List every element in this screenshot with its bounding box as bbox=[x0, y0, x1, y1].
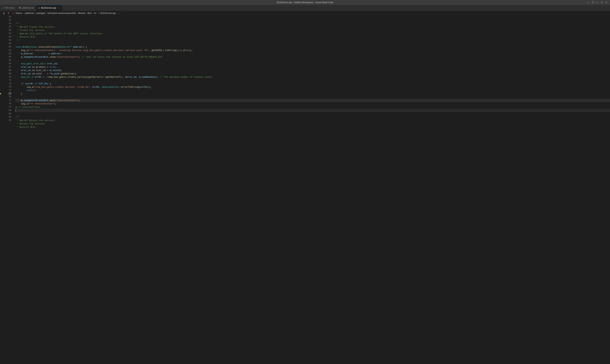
gutter-line-67 bbox=[0, 65, 3, 69]
tab-ble-service-label: BLEService.cpp bbox=[41, 7, 56, 9]
gutter-line-61 bbox=[0, 45, 3, 49]
code-line-60[interactable]: log_v(">> executeCreate() - Creating ser… bbox=[15, 49, 610, 52]
breadcrumb-sharon[interactable]: Sharon bbox=[15, 12, 22, 14]
gutter-line-69 bbox=[0, 72, 3, 75]
gutter-line-62 bbox=[0, 49, 3, 52]
gutter-line-73 bbox=[0, 85, 3, 89]
code-line-79[interactable] bbox=[15, 112, 610, 116]
code-line-70[interactable]: if (errRc != ESP_OK) { bbox=[15, 82, 610, 85]
line-number-65: 65 bbox=[8, 59, 11, 62]
code-line-54[interactable]: * Create the service. bbox=[15, 29, 610, 32]
code-line-55[interactable]: * @param [in] gatts_if The handle of the… bbox=[15, 32, 610, 35]
restore-button[interactable]: ❒ bbox=[591, 0, 595, 4]
gutter-line-71 bbox=[0, 79, 3, 82]
gutter-line-81 bbox=[0, 112, 3, 116]
code-line-62[interactable]: m_semaphoreCreateEvt.take("executeCreate… bbox=[15, 55, 610, 59]
code-line-57[interactable]: */ bbox=[15, 39, 610, 42]
gutter: ▶ bbox=[0, 15, 3, 364]
code-line-58[interactable] bbox=[15, 42, 610, 45]
line-number-75: 75 bbox=[8, 92, 11, 95]
code-line-65[interactable]: srvc_id.is_primary = true; bbox=[15, 65, 610, 69]
code-line-78[interactable] bbox=[15, 109, 610, 112]
tile-button[interactable]: ☐ bbox=[600, 0, 604, 4]
code-line-77[interactable]: } // executeCreate bbox=[15, 105, 610, 109]
breadcrumb-ble[interactable]: BLE bbox=[88, 12, 92, 14]
gutter-line-70 bbox=[0, 75, 3, 79]
code-line-81[interactable]: * @brief Delete the service. bbox=[15, 119, 610, 122]
line-number-52: 52 bbox=[8, 15, 11, 19]
code-line-64[interactable]: esp_gatt_srvc_id_t srvc_id; bbox=[15, 62, 610, 65]
window-controls: — ❒ □ ☐ ✕ bbox=[586, 0, 609, 4]
code-editor[interactable]: /** * @brief Create the service. * Creat… bbox=[14, 15, 610, 364]
minimize-button[interactable]: — bbox=[586, 0, 590, 4]
breadcrumb-framework[interactable]: framework-arduinoespressif32 bbox=[48, 12, 76, 14]
line-number-76: 76 bbox=[8, 95, 11, 99]
code-line-71[interactable]: log_e("esp_ble_gatts_create_service: rc=… bbox=[15, 85, 610, 89]
code-line-59[interactable]: void BLEService::executeCreate(BLEServer… bbox=[15, 45, 610, 49]
line-number-67: 67 bbox=[8, 65, 11, 69]
code-line-82[interactable]: * Delete the service. bbox=[15, 122, 610, 126]
code-line-68[interactable]: esp_err_t errRc = ::esp_ble_gatts_create… bbox=[15, 75, 610, 79]
line-number-83: 83 bbox=[8, 119, 11, 122]
code-line-61[interactable]: m_pServer = pServer; bbox=[15, 52, 610, 55]
code-line-69[interactable] bbox=[15, 79, 610, 82]
gutter-line-72 bbox=[0, 82, 3, 85]
stop-button[interactable]: ■ bbox=[11, 12, 15, 15]
gutter-line-64 bbox=[0, 55, 3, 59]
breadcrumb-filename[interactable]: C BLEService.cpp bbox=[98, 12, 116, 14]
tab-pio-home-label: PIO Home bbox=[5, 7, 14, 9]
gutter-line-76 bbox=[0, 95, 3, 99]
gutter-line-58 bbox=[0, 35, 3, 39]
gutter-line-83 bbox=[0, 119, 3, 122]
line-number-55: 55 bbox=[8, 25, 11, 29]
tab-pio-home[interactable]: ⌂ PIO Home bbox=[0, 5, 17, 11]
tab-close-button[interactable]: ✕ bbox=[57, 7, 60, 9]
code-line-56[interactable]: * @return N/A. bbox=[15, 35, 610, 39]
code-line-67[interactable]: srvc_id.id.uuid = *m_uuid.getNative(); bbox=[15, 72, 610, 75]
code-line-74[interactable] bbox=[15, 95, 610, 99]
code-line-83[interactable]: * @return N/A. bbox=[15, 126, 610, 129]
code-line-75[interactable]: m_semaphoreCreateEvt.wait("executeCreate… bbox=[15, 99, 610, 102]
gutter-line-65 bbox=[0, 59, 3, 62]
code-line-53[interactable]: * @brief Create the service. bbox=[15, 25, 610, 29]
gutter-line-82 bbox=[0, 116, 3, 119]
breadcrumb-libraries[interactable]: libraries bbox=[78, 12, 85, 14]
gutter-line-54 bbox=[0, 22, 3, 25]
maximize-button[interactable]: □ bbox=[595, 0, 599, 4]
refresh-button[interactable]: ↺ bbox=[7, 12, 10, 15]
breadcrumb-packages[interactable]: packages bbox=[36, 12, 45, 14]
tab-platformio-ini-label: platformio.ini bbox=[22, 7, 34, 9]
code-line-52[interactable]: /** bbox=[15, 22, 610, 25]
code-line-63[interactable] bbox=[15, 59, 610, 62]
breadcrumb-sep-5: › bbox=[86, 12, 87, 14]
title-bar: BLEService.cpp - Untitled (Workspace) - … bbox=[0, 0, 610, 5]
gutter-line-63 bbox=[0, 52, 3, 55]
breadcrumb-sep-2: › bbox=[35, 12, 36, 14]
breadcrumb-src[interactable]: src bbox=[94, 12, 97, 14]
tab-platformio-ini[interactable]: ⚙ platformio.ini bbox=[17, 5, 36, 11]
code-line-72[interactable]: return; bbox=[15, 89, 610, 92]
close-button[interactable]: ✕ bbox=[604, 0, 609, 4]
line-number-53: 53 bbox=[8, 19, 11, 22]
breadcrumb-platformio[interactable]: .platformio bbox=[25, 12, 34, 14]
tab-ble-service[interactable]: C BLEService.cpp ✕ bbox=[36, 5, 62, 11]
code-line-73[interactable]: } bbox=[15, 92, 610, 95]
line-number-73: 73 bbox=[8, 85, 11, 89]
code-container[interactable]: ▶ 52535455565758596061626364656667686970… bbox=[0, 15, 610, 364]
code-line-66[interactable]: srvc_id.id.inst_id = m_instId; bbox=[15, 69, 610, 72]
code-line-76[interactable]: log_v("<< executeCreate"); bbox=[15, 102, 610, 105]
breadcrumb-more[interactable]: ... bbox=[118, 12, 120, 14]
code-line-80[interactable]: /** bbox=[15, 116, 610, 119]
gutter-line-78 bbox=[0, 102, 3, 105]
line-number-59: 59 bbox=[8, 39, 11, 42]
gutter-line-74 bbox=[0, 89, 3, 92]
line-number-60: 60 bbox=[8, 42, 11, 45]
line-number-69: 69 bbox=[8, 72, 11, 75]
line-number-57: 57 bbox=[8, 32, 11, 35]
line-number-63: 63 bbox=[8, 52, 11, 55]
line-number-68: 68 bbox=[8, 69, 11, 72]
gutter-line-80 bbox=[0, 109, 3, 112]
pio-home-icon: ⌂ bbox=[2, 7, 3, 9]
gutter-line-77 bbox=[0, 99, 3, 102]
back-button[interactable]: ❮ bbox=[2, 12, 6, 15]
